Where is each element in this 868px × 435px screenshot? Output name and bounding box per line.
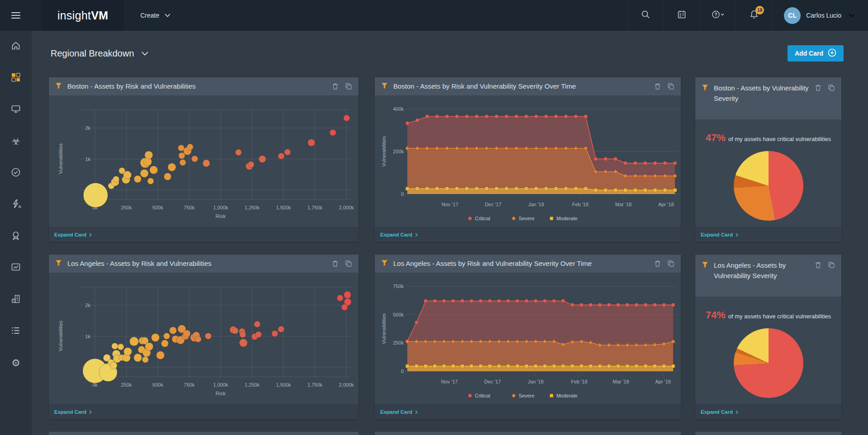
card-header: Los Angeles - Assets by Vulnerability Se… — [695, 255, 841, 297]
svg-text:Vulnerabilities: Vulnerabilities — [381, 136, 387, 167]
copy-icon[interactable] — [828, 84, 835, 91]
list-icon — [10, 325, 21, 338]
svg-text:?: ? — [714, 12, 717, 17]
sidebar-item-goals[interactable] — [0, 221, 32, 252]
card-header: Los Angeles - Assets by Risk and Vulnera… — [375, 255, 681, 273]
svg-text:0: 0 — [401, 369, 404, 374]
expand-card-link[interactable]: Expand Card — [375, 227, 681, 242]
expand-card-link[interactable]: Expand Card — [375, 404, 681, 419]
main-content: Regional Breakdown Add Card Boston - Ass… — [32, 31, 868, 435]
sidebar-item-assets[interactable] — [0, 94, 32, 126]
sidebar-item-management[interactable] — [0, 284, 32, 316]
filter-funnel-icon — [381, 82, 388, 91]
svg-text:500k: 500k — [393, 312, 404, 317]
chevron-down-icon — [849, 14, 854, 17]
expand-card-link[interactable]: Expand Card — [695, 404, 841, 419]
expand-card-link[interactable]: Expand Card — [49, 404, 359, 419]
sidebar-item-settings[interactable]: ⚙ — [0, 347, 32, 379]
svg-text:750k: 750k — [184, 382, 195, 388]
sidebar-item-policies[interactable] — [0, 157, 32, 189]
la-over-time-chart: 750k500k250k0Nov '17Dec '17Jan '18Feb '1… — [375, 273, 681, 404]
trash-icon[interactable] — [332, 260, 339, 267]
trash-icon[interactable] — [332, 83, 339, 90]
lightning-a-icon: A — [10, 199, 21, 211]
svg-text:200k: 200k — [393, 149, 404, 154]
sidebar-item-automation[interactable]: A — [0, 189, 32, 221]
svg-text:1,000k: 1,000k — [213, 205, 228, 210]
dashboard-selector[interactable]: Regional Breakdown — [51, 48, 148, 59]
svg-text:A: A — [19, 204, 22, 209]
filter-funnel-icon — [702, 261, 708, 270]
svg-text:Jan '18: Jan '18 — [528, 202, 544, 207]
help-button[interactable]: ? — [699, 0, 736, 31]
copy-icon[interactable] — [667, 260, 675, 267]
copy-icon[interactable] — [667, 83, 675, 90]
svg-text:250k: 250k — [121, 205, 132, 210]
chevron-right-icon — [89, 410, 92, 414]
building-blocks-icon — [10, 293, 21, 306]
boston-scatter-chart: 0k250k500k750k1,000k1,250k1,500k1,750k2,… — [49, 95, 359, 227]
hamburger-menu-button[interactable] — [0, 0, 32, 31]
chevron-right-icon — [415, 410, 418, 414]
sidebar-nav: ☣ A ⚙ — [0, 31, 32, 435]
svg-text:Risk: Risk — [216, 213, 226, 219]
copy-icon[interactable] — [345, 83, 352, 90]
sidebar-item-reports[interactable] — [0, 252, 32, 284]
sidebar-item-vulnerabilities[interactable]: ☣ — [0, 126, 32, 157]
trash-icon[interactable] — [815, 261, 821, 269]
top-bar: insightVM Create ? 18 CL Carlos Lucio — [0, 0, 868, 31]
add-card-label: Add Card — [795, 50, 823, 57]
svg-text:400k: 400k — [393, 106, 404, 112]
trash-icon[interactable] — [654, 83, 661, 90]
svg-text:Feb '18: Feb '18 — [572, 202, 588, 207]
gear-icon: ⚙ — [11, 358, 20, 368]
expand-card-link[interactable]: Expand Card — [49, 227, 359, 242]
svg-text:1k: 1k — [85, 334, 90, 339]
help-icon: ? — [711, 9, 725, 21]
app-logo[interactable]: insightVM — [42, 0, 123, 31]
svg-text:1,000k: 1,000k — [213, 382, 228, 388]
card-stub — [375, 432, 681, 435]
monitor-icon — [10, 104, 21, 116]
search-button[interactable] — [627, 0, 663, 31]
svg-text:2,000k: 2,000k — [339, 382, 354, 388]
svg-text:Vulnerabilities: Vulnerabilities — [58, 320, 63, 351]
svg-text:0: 0 — [401, 191, 404, 197]
create-menu-button[interactable]: Create — [140, 0, 170, 31]
svg-text:1,250k: 1,250k — [245, 205, 260, 210]
chevron-down-icon — [165, 14, 170, 17]
svg-text:Dec '17: Dec '17 — [484, 379, 501, 384]
svg-text:500k: 500k — [152, 382, 163, 388]
svg-text:Mar '18: Mar '18 — [615, 202, 632, 207]
chevron-right-icon — [89, 233, 92, 237]
trash-icon[interactable] — [654, 260, 661, 267]
expand-card-link[interactable]: Expand Card — [695, 227, 841, 242]
user-name: Carlos Lucio — [806, 12, 841, 19]
calendar-button[interactable] — [663, 0, 699, 31]
chevron-right-icon — [415, 233, 418, 237]
expand-card-label: Expand Card — [380, 409, 412, 415]
dashboard-grid-icon — [11, 72, 21, 84]
critical-stat-text: 74%of my assets have critical vulnerabil… — [695, 307, 841, 323]
notifications-button[interactable]: 18 — [736, 0, 772, 31]
sidebar-item-activities[interactable] — [0, 316, 32, 347]
card-header: Los Angeles - Assets by Risk and Vulnera… — [49, 255, 359, 273]
critical-stat-text: 47%of my assets have critical vulnerabil… — [695, 130, 841, 146]
add-card-button[interactable]: Add Card — [788, 45, 844, 61]
svg-text:Vulnerabilities: Vulnerabilities — [381, 313, 387, 344]
card-la-pie: Los Angeles - Assets by Vulnerability Se… — [695, 255, 841, 419]
card-header: Boston - Assets by Vulnerability Severit… — [695, 77, 841, 119]
home-icon — [10, 40, 21, 53]
copy-icon[interactable] — [828, 261, 835, 269]
svg-text:Nov '17: Nov '17 — [442, 202, 458, 207]
sidebar-item-home[interactable] — [0, 31, 32, 62]
copy-icon[interactable] — [345, 260, 352, 267]
sidebar-item-dashboards[interactable] — [0, 62, 32, 94]
card-title: Los Angeles - Assets by Vulnerability Se… — [714, 260, 810, 281]
expand-card-label: Expand Card — [701, 409, 733, 415]
plus-circle-icon — [828, 48, 836, 58]
user-menu[interactable]: CL Carlos Lucio — [772, 0, 868, 31]
svg-text:750k: 750k — [393, 284, 404, 289]
svg-text:250k: 250k — [121, 382, 132, 388]
trash-icon[interactable] — [815, 84, 821, 91]
